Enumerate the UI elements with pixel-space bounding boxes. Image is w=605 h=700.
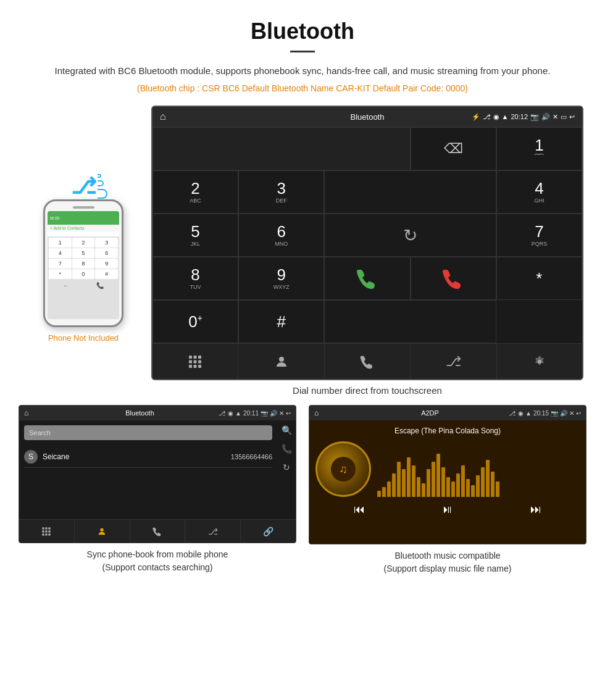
pb-vol-icon: 🔊 xyxy=(270,410,277,417)
call-button[interactable] xyxy=(324,257,410,300)
svg-point-20 xyxy=(101,528,104,531)
pb-cam-icon: 📷 xyxy=(261,410,268,417)
nav-calls[interactable] xyxy=(325,344,411,379)
android-screen[interactable]: ⌂ Bluetooth ⚡ ⎇ ◉ ▲ 20:12 📷 🔊 ✕ ▭ ↩ xyxy=(151,106,583,380)
phone-status-text: M:00 xyxy=(50,216,60,220)
dialpad-icon xyxy=(188,354,202,369)
svg-rect-4 xyxy=(194,360,197,363)
play-pause-button[interactable]: ⏯ xyxy=(442,503,453,516)
key-star-num: * xyxy=(536,270,542,286)
phone-screen: M:00 + Add to Contacts 1 2 3 4 5 6 7 8 9… xyxy=(48,211,119,319)
eq-bar-14 xyxy=(446,477,450,497)
music-bt-icon: ⎇ xyxy=(509,410,516,417)
svg-rect-8 xyxy=(198,365,201,368)
wave-small xyxy=(98,174,101,178)
phonebook-screen[interactable]: ⌂ Bluetooth ⎇ ◉ ▲ 20:11 📷 🔊 ✕ ↩ xyxy=(19,405,296,543)
empty-action xyxy=(324,300,496,343)
contact-row[interactable]: S Seicane 13566664466 xyxy=(24,446,272,468)
next-button[interactable]: ⏭ xyxy=(530,503,541,516)
music-time: 20:15 xyxy=(533,410,549,417)
key-5-letters: JKL xyxy=(191,241,201,247)
music-screen[interactable]: ⌂ A2DP ⎇ ◉ ▲ 20:15 📷 🔊 ✕ ↩ Escape (The P… xyxy=(309,405,586,544)
key-star[interactable]: * xyxy=(496,257,582,300)
contact-name: Seicane xyxy=(43,452,231,461)
music-status-bar: ⌂ A2DP ⎇ ◉ ▲ 20:15 📷 🔊 ✕ ↩ xyxy=(309,406,586,420)
pb-nav-bt[interactable]: ⎇ xyxy=(185,520,241,543)
svg-rect-15 xyxy=(46,530,48,532)
pb-back-icon[interactable]: ↩ xyxy=(286,410,291,417)
music-close-icon[interactable]: ✕ xyxy=(569,410,574,417)
svg-rect-1 xyxy=(194,356,197,359)
search-bar[interactable]: Search xyxy=(24,425,272,440)
music-back-icon[interactable]: ↩ xyxy=(576,410,581,417)
key-0[interactable]: 0+ xyxy=(152,300,238,343)
pb-close-icon[interactable]: ✕ xyxy=(279,410,284,417)
key-7[interactable]: 7 PQRS xyxy=(496,214,582,257)
pb-nav-dialpad[interactable] xyxy=(19,520,75,543)
eq-bar-2 xyxy=(387,481,391,497)
svg-rect-16 xyxy=(49,530,51,532)
key-6[interactable]: 6 MNO xyxy=(238,214,324,257)
key-5[interactable]: 5 JKL xyxy=(152,214,238,257)
end-call-button[interactable] xyxy=(411,257,496,300)
eq-bar-15 xyxy=(451,481,455,497)
nav-dialpad[interactable] xyxy=(152,344,238,379)
pb-phone-side-icon[interactable]: 📞 xyxy=(282,444,292,454)
backspace-button[interactable]: ⌫ xyxy=(411,127,496,170)
bluetooth-wave-icon: ⎇ xyxy=(71,173,96,199)
phonebook-content: Search S Seicane 13566664466 xyxy=(19,420,277,519)
phone-key-star: * xyxy=(49,269,72,279)
pb-contacts-icon xyxy=(97,527,107,536)
home-icon[interactable]: ⌂ xyxy=(160,111,166,122)
phonebook-bottom-nav: ⎇ 🔗 xyxy=(19,519,296,543)
pb-nav-link[interactable]: 🔗 xyxy=(241,520,296,543)
pb-search-side-icon[interactable]: 🔍 xyxy=(282,425,292,435)
dialpad[interactable]: ⌫ 1 ⁀⁀ 2 ABC 3 DEF 4 xyxy=(152,127,582,343)
key-1[interactable]: 1 ⁀⁀ xyxy=(496,127,582,170)
music-screenshot-container: ⌂ A2DP ⎇ ◉ ▲ 20:15 📷 🔊 ✕ ↩ Escape (The P… xyxy=(309,405,586,575)
nav-contacts[interactable] xyxy=(238,344,324,379)
music-vol-icon: 🔊 xyxy=(560,410,567,417)
prev-button[interactable]: ⏮ xyxy=(354,503,365,516)
key-4[interactable]: 4 GHI xyxy=(496,170,582,214)
pb-nav-calls[interactable] xyxy=(130,520,186,543)
phonebook-home-icon[interactable]: ⌂ xyxy=(24,409,28,417)
key-2-num: 2 xyxy=(191,180,199,196)
key-7-letters: PQRS xyxy=(532,241,548,247)
eq-bar-8 xyxy=(417,477,420,497)
key-9[interactable]: 9 WXYZ xyxy=(238,257,324,300)
title-divider xyxy=(290,51,315,52)
redial-button[interactable]: ↻ xyxy=(324,214,496,257)
contact-initial: S xyxy=(24,450,38,464)
key-hash[interactable]: # xyxy=(238,300,324,343)
contacts-icon xyxy=(274,354,289,369)
status-bar: ⌂ Bluetooth ⚡ ⎇ ◉ ▲ 20:12 📷 🔊 ✕ ▭ ↩ xyxy=(152,107,582,127)
phone-key-7: 7 xyxy=(49,259,72,269)
phone-key-9: 9 xyxy=(95,259,118,269)
key-3[interactable]: 3 DEF xyxy=(238,170,324,214)
phone-notch-bar xyxy=(73,206,94,209)
nav-settings[interactable] xyxy=(497,344,582,379)
key-hash-num: # xyxy=(277,314,286,330)
pb-nav-contacts-active[interactable] xyxy=(75,520,130,543)
back-arrow-icon[interactable]: ↩ xyxy=(569,113,575,121)
wave-medium xyxy=(98,180,104,186)
calls-icon xyxy=(360,354,375,369)
music-signal-icon: ▲ xyxy=(525,410,532,417)
phonebook-main: Search S Seicane 13566664466 xyxy=(19,420,277,519)
phone-key-1: 1 xyxy=(49,238,72,248)
key-8[interactable]: 8 TUV xyxy=(152,257,238,300)
music-home-icon[interactable]: ⌂ xyxy=(314,409,319,417)
close-icon[interactable]: ✕ xyxy=(553,113,558,121)
phonebook-caption: Sync phone-book from mobile phone (Suppo… xyxy=(87,548,228,574)
nav-bluetooth[interactable]: ⎇ xyxy=(411,344,496,379)
svg-rect-14 xyxy=(43,530,44,532)
phone-status-bar: M:00 xyxy=(48,211,119,225)
pb-time: 20:11 xyxy=(243,410,259,417)
wave-lines xyxy=(98,174,107,199)
pb-refresh-side-icon[interactable]: ↻ xyxy=(283,462,290,472)
phone-key-8: 8 xyxy=(72,259,95,269)
eq-bar-23 xyxy=(491,472,494,497)
eq-bar-20 xyxy=(476,475,480,497)
key-2[interactable]: 2 ABC xyxy=(152,170,238,214)
